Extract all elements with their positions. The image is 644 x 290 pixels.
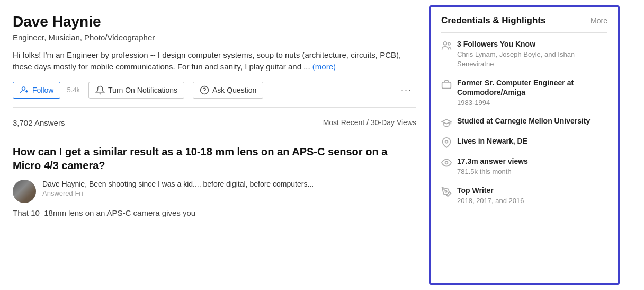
question-title[interactable]: How can I get a similar result as a 10-1… [13,145,416,172]
credential-item-1: Former Sr. Computer Engineer at Commodor… [441,78,607,108]
answer-meta: Dave Haynie, Been shooting since I was a… [42,180,416,203]
sidebar-more-button[interactable]: More [591,16,607,25]
credential-subtitle-5: 2018, 2017, and 2016 [457,196,607,206]
question-icon [200,85,209,95]
follow-label: Follow [32,86,53,94]
credential-title-1: Former Sr. Computer Engineer at Commodor… [457,78,607,97]
credential-title-5: Top Writer [457,186,607,195]
bio-more-link[interactable]: (more) [312,62,336,71]
education-icon [441,117,452,128]
credential-title-3: Lives in Newark, DE [457,136,607,146]
follow-button[interactable]: Follow [13,82,60,99]
follow-icon [20,85,29,95]
follow-count: 5.4k [67,86,80,94]
main-content: Dave Haynie Engineer, Musician, Photo/Vi… [0,0,429,290]
credential-content-5: Top Writer2018, 2017, and 2016 [457,186,607,206]
sort-label: Most Recent / 30-Day Views [323,118,416,127]
writer-icon [441,187,452,197]
credential-title-2: Studied at Carnegie Mellon University [457,116,607,126]
svg-point-9 [445,162,448,164]
avatar [13,180,36,203]
sidebar-title: Credentials & Highlights [441,15,545,26]
credential-content-2: Studied at Carnegie Mellon University [457,116,607,126]
svg-point-8 [445,140,448,143]
answer-text: That 10–18mm lens on an APS-C camera giv… [13,207,416,219]
credential-content-3: Lives in Newark, DE [457,136,607,146]
views-icon [441,157,452,168]
followers-icon [441,40,452,51]
sidebar-header: Credentials & Highlights More [441,15,607,33]
credential-item-3: Lives in Newark, DE [441,136,607,148]
location-icon [441,137,452,148]
section-divider [13,136,416,136]
credential-content-0: 3 Followers You KnowChris Lynam, Joseph … [457,39,607,69]
avatar-image [13,180,36,203]
svg-point-0 [22,87,25,90]
credential-item-2: Studied at Carnegie Mellon University [441,116,607,128]
answer-timestamp: Answered Fri [42,189,416,197]
work-icon [441,79,452,90]
credential-content-1: Former Sr. Computer Engineer at Commodor… [457,78,607,108]
svg-point-5 [444,42,447,45]
credential-content-4: 17.3m answer views781.5k this month [457,156,607,177]
action-bar: Follow 5.4k Turn On Notifications Ask Qu… [13,82,416,108]
svg-rect-7 [442,82,451,88]
sort-options[interactable]: Most Recent / 30-Day Views [323,118,416,127]
more-options-button[interactable]: ··· [397,82,416,98]
svg-point-6 [448,43,450,45]
ask-label: Ask Question [212,86,256,94]
bio-text: Hi folks! I'm an Engineer by profession … [13,50,401,72]
credential-title-4: 17.3m answer views [457,156,607,166]
notifications-button[interactable]: Turn On Notifications [88,82,184,99]
credentials-list: 3 Followers You KnowChris Lynam, Joseph … [441,39,607,206]
credential-subtitle-1: 1983-1994 [457,98,607,108]
credential-item-5: Top Writer2018, 2017, and 2016 [441,186,607,206]
profile-bio: Hi folks! I'm an Engineer by profession … [13,49,416,73]
notifications-label: Turn On Notifications [108,86,177,94]
credential-subtitle-0: Chris Lynam, Joseph Boyle, and Ishan Sen… [457,50,607,69]
credential-title-0: 3 Followers You Know [457,39,607,49]
profile-name: Dave Haynie [13,13,416,31]
answer-preview: Dave Haynie, Been shooting since I was a… [13,180,416,203]
answers-header: 3,702 Answers Most Recent / 30-Day Views [13,118,416,127]
bell-icon [95,85,105,95]
answer-author: Dave Haynie, Been shooting since I was a… [42,180,416,188]
credentials-sidebar: Credentials & Highlights More 3 Follower… [429,5,620,285]
credential-item-0: 3 Followers You KnowChris Lynam, Joseph … [441,39,607,69]
profile-tagline: Engineer, Musician, Photo/Videographer [13,33,416,42]
ask-question-button[interactable]: Ask Question [193,82,263,99]
question-section: How can I get a similar result as a 10-1… [13,145,416,219]
svg-point-10 [445,190,447,192]
credential-item-4: 17.3m answer views781.5k this month [441,156,607,177]
credential-subtitle-4: 781.5k this month [457,167,607,177]
answers-count: 3,702 Answers [13,118,65,127]
